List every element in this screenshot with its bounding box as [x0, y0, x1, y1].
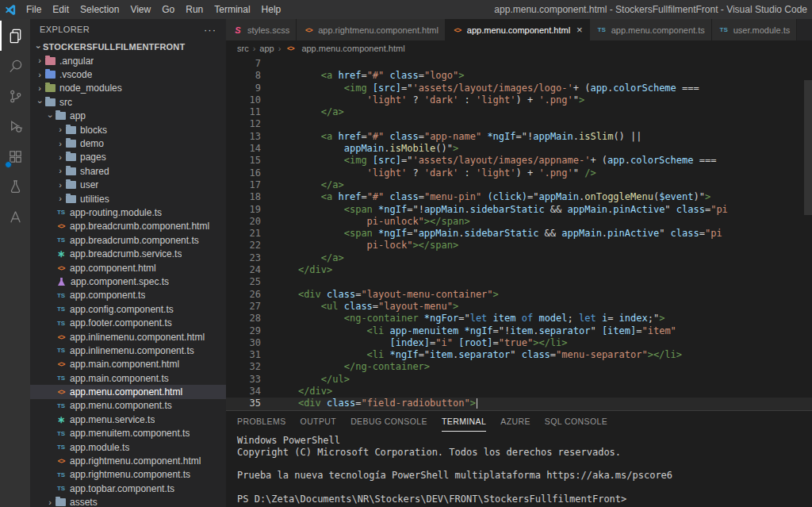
- tree-item-app.breadcrumb.component.html[interactable]: <>app.breadcrumb.component.html: [30, 220, 226, 233]
- breadcrumb-item-app.menu.component.html[interactable]: <>app.menu.component.html: [285, 44, 404, 53]
- code-line-10[interactable]: 10 'light' ? 'dark' : 'light') + '.png'"…: [226, 94, 812, 106]
- tree-item-node_modules[interactable]: ›node_modules: [30, 82, 226, 95]
- tree-item-app.main.component.html[interactable]: <>app.main.component.html: [30, 358, 226, 371]
- code-line-29[interactable]: 29 <li app-menuitem *ngIf="!item.separat…: [226, 325, 812, 337]
- tree-item-app.menu.component.html[interactable]: <>app.menu.component.html: [30, 385, 226, 398]
- code-line-23[interactable]: 23 </a>: [226, 252, 812, 264]
- code-token: isSlim: [579, 131, 613, 142]
- code-line-31[interactable]: 31 <li *ngIf="item.separator" class="men…: [226, 349, 812, 361]
- tree-item-app.component.ts[interactable]: TSapp.component.ts: [30, 289, 226, 302]
- search-icon[interactable]: [0, 51, 30, 81]
- extensions-icon[interactable]: [0, 141, 30, 171]
- code-line-7[interactable]: 7: [226, 58, 812, 70]
- editor-scrollbar[interactable]: [804, 56, 812, 410]
- tree-item-app.rightmenu.component.ts[interactable]: TSapp.rightmenu.component.ts: [30, 468, 226, 482]
- code-line-26[interactable]: 26 <div class="layout-menu-container">: [226, 289, 812, 301]
- code-line-34[interactable]: 34 </div>: [226, 386, 812, 398]
- tree-item-app.main.component.ts[interactable]: TSapp.main.component.ts: [30, 371, 226, 385]
- code-line-8[interactable]: 8 <a href="#" class="logo">: [226, 70, 812, 82]
- menu-file[interactable]: File: [21, 4, 47, 15]
- menu-help[interactable]: Help: [256, 4, 287, 15]
- code-line-9[interactable]: 9 <img [src]="'assets/layout/images/logo…: [226, 83, 812, 94]
- tree-item-user[interactable]: ›user: [30, 179, 226, 192]
- menu-go[interactable]: Go: [156, 4, 180, 15]
- azure-icon[interactable]: [0, 202, 30, 232]
- testing-icon[interactable]: [0, 171, 30, 202]
- tab-app.rightmenu.component.html[interactable]: <>app.rightmenu.component.html: [297, 19, 446, 40]
- close-icon[interactable]: ×: [576, 24, 583, 36]
- code-line-12[interactable]: 12: [226, 118, 812, 130]
- code-line-30[interactable]: 30 [index]="i" [root]="true"></li>: [226, 337, 812, 349]
- code-line-25[interactable]: 25: [226, 276, 812, 288]
- tree-item-app.menu.component.ts[interactable]: TSapp.menu.component.ts: [30, 399, 226, 413]
- explorer-icon[interactable]: [0, 21, 30, 51]
- tree-item-app.component.html[interactable]: <>app.component.html: [30, 261, 226, 275]
- tab-user.module.ts[interactable]: TSuser.module.ts: [712, 19, 798, 40]
- panel-tab-output[interactable]: OUTPUT: [301, 411, 337, 432]
- breadcrumb-item-app[interactable]: app: [259, 44, 274, 53]
- panel-tab-problems[interactable]: PROBLEMS: [237, 411, 286, 432]
- tree-item-demo[interactable]: ›demo: [30, 136, 226, 150]
- tree-item-app-routing.module.ts[interactable]: TSapp-routing.module.ts: [30, 205, 226, 219]
- code-line-33[interactable]: 33 </ul>: [226, 374, 812, 386]
- code-line-35[interactable]: 35 <div class="field-radiobutton">: [226, 398, 812, 409]
- source-control-icon[interactable]: [0, 81, 30, 111]
- tree-item-app.menu.service.ts[interactable]: ∗app.menu.service.ts: [30, 413, 226, 426]
- menu-terminal[interactable]: Terminal: [209, 4, 255, 15]
- code-line-27[interactable]: 27 <ul class="layout-menu">: [226, 301, 812, 313]
- tree-item-app.component.spec.ts[interactable]: app.component.spec.ts: [30, 275, 226, 288]
- tree-item-app[interactable]: ›app: [30, 109, 226, 123]
- code-line-16[interactable]: 16 'light' ? 'dark' : 'light') + '.png'"…: [226, 167, 812, 179]
- tree-item-app.menuitem.component.ts[interactable]: TSapp.menuitem.component.ts: [30, 427, 226, 440]
- code-line-15[interactable]: 15 <img [src]="'assets/layout/images/app…: [226, 155, 812, 167]
- code-line-18[interactable]: 18 <a href="#" class="menu-pin" (click)=…: [226, 191, 812, 203]
- menu-selection[interactable]: Selection: [75, 4, 124, 15]
- code-line-17[interactable]: 17 </a>: [226, 179, 812, 191]
- tab-app.menu.component.html[interactable]: <>app.menu.component.html×: [446, 19, 590, 40]
- menu-edit[interactable]: Edit: [47, 4, 75, 15]
- tree-item-app.rightmenu.component.html[interactable]: <>app.rightmenu.component.html: [30, 454, 226, 467]
- more-actions-icon[interactable]: ···: [204, 24, 216, 36]
- tree-item-app.config.component.ts[interactable]: TSapp.config.component.ts: [30, 302, 226, 316]
- tree-item-app.module.ts[interactable]: TSapp.module.ts: [30, 440, 226, 454]
- tree-item-src[interactable]: ›src: [30, 95, 226, 109]
- tree-item-pages[interactable]: ›pages: [30, 151, 226, 164]
- code-line-32[interactable]: 32 </ng-container>: [226, 361, 812, 373]
- run-debug-icon[interactable]: [0, 111, 30, 141]
- tree-item-app.topbar.component.ts[interactable]: TSapp.topbar.component.ts: [30, 482, 226, 495]
- tab-styles.scss[interactable]: Sstyles.scss: [226, 19, 297, 40]
- tree-item-app.breadcrumb.service.ts[interactable]: ∗app.breadcrumb.service.ts: [30, 247, 226, 260]
- scrollbar-thumb[interactable]: [804, 80, 812, 215]
- code-line-22[interactable]: 22 pi-lock"></span>: [226, 240, 812, 252]
- tree-item-.vscode[interactable]: ›.vscode: [30, 67, 226, 81]
- code-line-11[interactable]: 11 </a>: [226, 106, 812, 118]
- panel-tab-sql-console[interactable]: SQL CONSOLE: [545, 411, 607, 432]
- tree-item-app.breadcrumb.component.ts[interactable]: TSapp.breadcrumb.component.ts: [30, 233, 226, 247]
- breadcrumb-item-src[interactable]: src: [237, 44, 249, 53]
- tree-root-folder[interactable]: › STOCKERSFULLFILMENTFRONT: [30, 40, 226, 54]
- code-line-21[interactable]: 21 <span *ngIf="appMain.sidebarStatic &&…: [226, 228, 812, 240]
- tree-item-assets[interactable]: ›assets: [30, 496, 226, 507]
- code-line-20[interactable]: 20 pi-unlock"></span>: [226, 216, 812, 228]
- terminal-output[interactable]: Windows PowerShellCopyright (C) Microsof…: [226, 432, 812, 507]
- panel-tab-terminal[interactable]: TERMINAL: [442, 411, 486, 432]
- tab-app.menu.component.ts[interactable]: TSapp.menu.component.ts: [590, 19, 712, 40]
- tree-item-app.inlinemenu.component.html[interactable]: <>app.inlinemenu.component.html: [30, 330, 226, 344]
- tree-item-.angular[interactable]: ›.angular: [30, 54, 226, 67]
- panel-tab-azure[interactable]: AZURE: [500, 411, 530, 432]
- code-line-24[interactable]: 24 </div>: [226, 264, 812, 276]
- code-line-14[interactable]: 14 appMain.isMobile()">: [226, 143, 812, 155]
- tree-item-utilities[interactable]: ›utilities: [30, 192, 226, 205]
- panel-tab-debug-console[interactable]: DEBUG CONSOLE: [350, 411, 427, 432]
- code-line-13[interactable]: 13 <a href="#" class="app-name" *ngIf="!…: [226, 131, 812, 143]
- code-area[interactable]: 78 <a href="#" class="logo">9 <img [src]…: [226, 56, 812, 410]
- menu-run[interactable]: Run: [180, 4, 209, 15]
- tree-item-app.inlinemenu.component.ts[interactable]: TSapp.inlinemenu.component.ts: [30, 344, 226, 357]
- code-line-19[interactable]: 19 <span *ngIf="!appMain.sidebarStatic &…: [226, 204, 812, 216]
- tree-item-app.footer.component.ts[interactable]: TSapp.footer.component.ts: [30, 316, 226, 329]
- tree-item-blocks[interactable]: ›blocks: [30, 123, 226, 136]
- code-token: >: [470, 398, 476, 409]
- menu-view[interactable]: View: [124, 4, 156, 15]
- tree-item-shared[interactable]: ›shared: [30, 164, 226, 178]
- code-line-28[interactable]: 28 <ng-container *ngFor="let item of mod…: [226, 313, 812, 325]
